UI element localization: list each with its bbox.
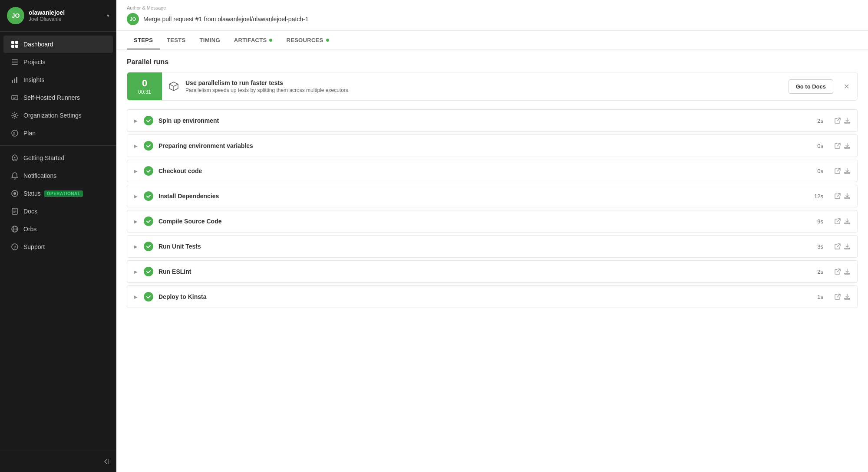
sidebar-item-label-dashboard: Dashboard [23, 41, 53, 48]
sidebar-item-label-orbs: Orbs [23, 226, 36, 233]
banner-description: Parallelism speeds up tests by splitting… [185, 87, 789, 93]
external-link-icon[interactable] [835, 143, 841, 149]
commit-message-text: Merge pull request #1 from olawanlejoel/… [143, 16, 309, 23]
step-name: Deploy to Kinsta [158, 293, 817, 300]
sidebar-item-orbs[interactable]: Orbs [3, 220, 113, 238]
tab-artifacts[interactable]: ARTIFACTS [227, 31, 280, 49]
step-name: Preparing environment variables [158, 142, 817, 149]
step-name: Checkout code [158, 167, 817, 174]
svg-rect-10 [12, 95, 18, 100]
chevron-right-icon: ▶ [134, 194, 139, 199]
sidebar-item-status[interactable]: Status OPERATIONAL [3, 185, 113, 202]
sidebar-divider [0, 145, 116, 146]
content-area: Parallel runs 0 00:31 Use parallelism to… [116, 49, 868, 472]
step-name: Run ESLint [158, 268, 817, 275]
svg-point-13 [14, 115, 16, 117]
external-link-icon[interactable] [835, 168, 841, 174]
download-icon[interactable] [844, 218, 850, 224]
runners-icon [10, 93, 19, 102]
step-row[interactable]: ▶ Install Dependencies 12s [127, 185, 858, 207]
author-label: Author & Message [127, 5, 858, 10]
sidebar-item-projects[interactable]: Projects [3, 53, 113, 71]
support-icon: ? [10, 243, 19, 251]
author-section: Author & Message JO Merge pull request #… [116, 0, 868, 31]
tab-tests[interactable]: TESTS [160, 31, 192, 49]
banner-number: 0 [142, 78, 147, 89]
step-row[interactable]: ▶ Preparing environment variables 0s [127, 134, 858, 157]
tab-timing[interactable]: TIMING [193, 31, 227, 49]
step-duration: 12s [814, 193, 823, 200]
download-icon[interactable] [844, 294, 850, 300]
sidebar-item-support[interactable]: ? Support [3, 238, 113, 256]
tab-steps-label: STEPS [134, 37, 153, 43]
author-message-row: JO Merge pull request #1 from olawanlejo… [127, 13, 858, 25]
status-icon [10, 189, 19, 198]
settings-icon [10, 111, 19, 120]
banner-title: Use parallelism to run faster tests [185, 79, 789, 86]
step-row[interactable]: ▶ Run Unit Tests 3s [127, 235, 858, 258]
sidebar-item-label-support: Support [23, 243, 45, 250]
sidebar-item-insights[interactable]: Insights [3, 71, 113, 88]
banner-close-button[interactable]: ✕ [838, 79, 855, 94]
sidebar-item-label-runners: Self-Hosted Runners [23, 94, 80, 101]
sidebar-item-label-plan: Plan [23, 130, 36, 137]
bell-icon [10, 171, 19, 180]
step-duration: 0s [817, 168, 823, 174]
download-icon[interactable] [844, 193, 850, 199]
dashboard-icon [10, 40, 19, 49]
plan-icon: $ [10, 129, 19, 138]
insights-icon [10, 75, 19, 84]
step-row[interactable]: ▶ Checkout code 0s [127, 160, 858, 182]
external-link-icon[interactable] [835, 269, 841, 275]
external-link-icon[interactable] [835, 118, 841, 124]
projects-icon [10, 58, 19, 66]
download-icon[interactable] [844, 118, 850, 124]
step-row[interactable]: ▶ Deploy to Kinsta 1s [127, 285, 858, 308]
sidebar-item-getting-started[interactable]: Getting Started [3, 149, 113, 167]
step-check-icon [144, 267, 153, 276]
download-icon[interactable] [844, 269, 850, 275]
step-name: Run Unit Tests [158, 243, 817, 250]
sidebar: JO olawanlejoel Joel Olawanle ▾ Dashboar… [0, 0, 116, 472]
external-link-icon[interactable] [835, 218, 841, 224]
step-duration: 9s [817, 218, 823, 225]
sidebar-item-dashboard[interactable]: Dashboard [3, 36, 113, 53]
external-link-icon[interactable] [835, 243, 841, 249]
steps-list: ▶ Spin up environment 2s ▶ [127, 109, 858, 311]
svg-rect-1 [15, 41, 18, 44]
sidebar-item-docs[interactable]: Docs [3, 203, 113, 220]
download-icon[interactable] [844, 243, 850, 249]
step-check-icon [144, 116, 153, 125]
sidebar-item-label-projects: Projects [23, 59, 46, 66]
external-link-icon[interactable] [835, 294, 841, 300]
banner-number-box: 0 00:31 [127, 72, 162, 100]
sidebar-item-plan[interactable]: $ Plan [3, 125, 113, 142]
sidebar-item-label-org-settings: Organization Settings [23, 112, 82, 119]
user-profile[interactable]: JO olawanlejoel Joel Olawanle ▾ [0, 0, 116, 32]
go-to-docs-button[interactable]: Go to Docs [789, 79, 833, 94]
download-icon[interactable] [844, 143, 850, 149]
main-content: Author & Message JO Merge pull request #… [116, 0, 868, 472]
username: olawanlejoel [29, 9, 107, 16]
tab-steps[interactable]: STEPS [127, 31, 160, 49]
tab-resources[interactable]: RESOURCES [279, 31, 336, 49]
sidebar-collapse-button[interactable] [0, 455, 116, 469]
step-row[interactable]: ▶ Compile Source Code 9s [127, 210, 858, 233]
sidebar-item-org-settings[interactable]: Organization Settings [3, 107, 113, 124]
sidebar-item-notifications[interactable]: Notifications [3, 167, 113, 184]
sidebar-bottom [0, 451, 116, 472]
banner-time: 00:31 [138, 89, 151, 95]
step-row[interactable]: ▶ Spin up environment 2s [127, 109, 858, 132]
user-subname: Joel Olawanle [29, 16, 107, 22]
svg-rect-7 [12, 80, 13, 83]
download-icon[interactable] [844, 168, 850, 174]
artifacts-dot [269, 39, 272, 42]
external-link-icon[interactable] [835, 193, 841, 199]
sidebar-item-runners[interactable]: Self-Hosted Runners [3, 89, 113, 106]
step-row[interactable]: ▶ Run ESLint 2s [127, 260, 858, 283]
tabs-bar: STEPS TESTS TIMING ARTIFACTS RESOURCES [116, 31, 868, 49]
chevron-right-icon: ▶ [134, 295, 139, 299]
svg-rect-5 [12, 62, 18, 62]
tab-artifacts-label: ARTIFACTS [234, 37, 267, 43]
svg-rect-6 [12, 64, 18, 65]
